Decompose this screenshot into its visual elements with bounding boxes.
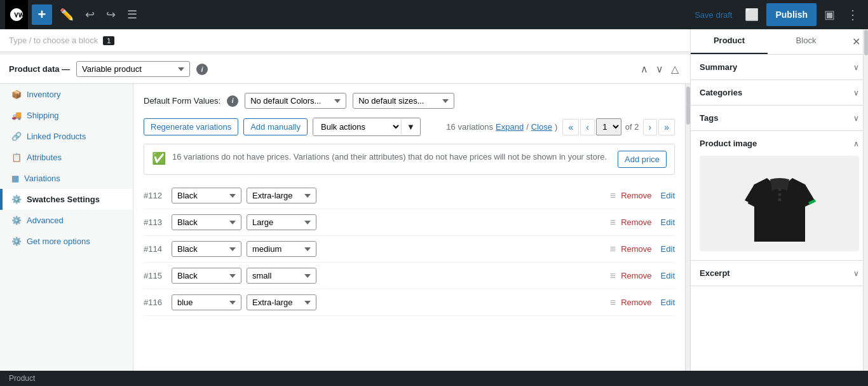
last-page-button[interactable]: » (658, 119, 675, 135)
remove-113-link[interactable]: Remove (621, 217, 651, 227)
more-options-button[interactable]: ⋮ (843, 3, 863, 26)
tab-advanced-label: Advanced (27, 216, 64, 225)
edit-icon-button[interactable]: ✏️ (56, 8, 78, 22)
redo-button[interactable]: ↪ (102, 8, 119, 22)
status-label: Product (9, 374, 35, 383)
main-area: Type / to choose a block 1 Product data … (0, 29, 690, 386)
tab-product[interactable]: Product (691, 29, 768, 54)
variations-count: 16 variations Expand / Close ) (446, 122, 557, 132)
variation-112-color-select[interactable]: Blackbluewhite (172, 188, 241, 203)
tab-advanced[interactable]: ⚙️ Advanced (0, 210, 133, 231)
more-options-icon: ⚙️ (11, 237, 22, 246)
edit-115-link[interactable]: Edit (661, 271, 675, 280)
tab-more-options[interactable]: ⚙️ Get more options (0, 231, 133, 252)
variation-114-size-select[interactable]: mediumExtra-largeLargesmall (247, 241, 316, 257)
variation-115-color-select[interactable]: Blackbluewhite (172, 268, 241, 284)
undo-button[interactable]: ↩ (81, 8, 98, 22)
bulk-actions-select[interactable]: Bulk actions Set regular prices Toggle e… (313, 118, 401, 135)
next-page-button[interactable]: › (643, 119, 658, 135)
default-form-help-icon[interactable]: i (227, 95, 238, 107)
collapse-all-button[interactable]: △ (668, 62, 681, 76)
colors-select[interactable]: No default Colors... Black Blue (245, 93, 346, 109)
remove-115-link[interactable]: Remove (621, 271, 651, 280)
page-select[interactable]: 1 2 (596, 118, 621, 135)
right-panel-scrollbar-thumb (864, 30, 868, 55)
drag-handle-icon[interactable]: ≡ (610, 244, 616, 255)
product-data-label: Product data — (9, 64, 70, 74)
linked-icon: 🔗 (11, 132, 22, 141)
product-data-header: Product data — Variable product Simple p… (0, 55, 690, 84)
pagination: « ‹ 1 2 of 2 › » (562, 118, 675, 135)
close-link[interactable]: Close (531, 122, 552, 132)
sidebar-toggle-button[interactable]: ▣ (820, 4, 839, 25)
help-icon[interactable]: i (196, 64, 208, 75)
edit-112-link[interactable]: Edit (661, 191, 675, 200)
product-data-body: 📦 Inventory 🚚 Shipping 🔗 Linked Products… (0, 84, 690, 386)
tab-swatches-label: Swatches Settings (27, 195, 100, 204)
variation-112-size-select[interactable]: Extra-largeLargemediumsmall (247, 188, 316, 203)
remove-116-link[interactable]: Remove (621, 298, 651, 307)
variation-113-size-select[interactable]: LargeExtra-largemediumsmall (247, 214, 316, 230)
excerpt-title: Excerpt (700, 268, 730, 278)
tab-attributes-label: Attributes (27, 153, 62, 162)
tab-block[interactable]: Block (768, 29, 844, 54)
collapse-controls: ∧ ∨ △ (638, 62, 681, 76)
sizes-select[interactable]: No default sizes... Small Medium (353, 93, 454, 109)
action-bar: Regenerate variations Add manually Bulk … (144, 118, 675, 136)
regenerate-variations-button[interactable]: Regenerate variations (144, 118, 238, 135)
tab-inventory[interactable]: 📦 Inventory (0, 84, 133, 105)
page-layout: Type / to choose a block 1 Product data … (0, 29, 868, 386)
collapse-down-button[interactable]: ∨ (653, 62, 666, 76)
screen-options-button[interactable]: ⬜ (741, 4, 763, 25)
edit-114-link[interactable]: Edit (661, 244, 675, 254)
excerpt-header[interactable]: Excerpt ∨ (691, 261, 868, 286)
product-image-section: Product image ∧ (691, 131, 868, 261)
add-manually-button[interactable]: Add manually (243, 118, 308, 135)
variation-116-color-select[interactable]: blueBlackwhite (172, 294, 241, 310)
first-page-button[interactable]: « (562, 119, 579, 135)
summary-title: Summary (700, 62, 737, 72)
drag-handle-icon[interactable]: ≡ (610, 297, 616, 308)
add-block-button[interactable]: + (32, 4, 52, 25)
right-panel-scrollbar[interactable] (863, 29, 868, 386)
add-price-button[interactable]: Add price (618, 151, 667, 168)
publish-button[interactable]: Publish (766, 3, 817, 26)
edit-113-link[interactable]: Edit (661, 217, 675, 227)
collapse-up-button[interactable]: ∧ (638, 62, 651, 76)
drag-handle-icon[interactable]: ≡ (610, 270, 616, 282)
main-scrollbar[interactable] (685, 84, 690, 386)
tab-swatches[interactable]: ⚙️ Swatches Settings (0, 189, 133, 210)
drag-handle-icon[interactable]: ≡ (610, 217, 616, 228)
variations-count-text: 16 variations (446, 122, 493, 132)
tab-variations[interactable]: ▦ Variations (0, 168, 133, 189)
expand-link[interactable]: Expand (496, 122, 524, 132)
summary-header[interactable]: Summary ∨ (691, 55, 868, 79)
variation-113-color-select[interactable]: Blackbluewhite (172, 214, 241, 230)
tab-attributes[interactable]: 📋 Attributes (0, 147, 133, 168)
tab-linked-products[interactable]: 🔗 Linked Products (0, 126, 133, 147)
block-type-badge: 1 (103, 36, 114, 45)
bulk-actions-caret-icon[interactable]: ▼ (401, 119, 420, 135)
product-image-header[interactable]: Product image ∧ (691, 131, 868, 156)
variation-115-size-select[interactable]: smallExtra-largeLargemedium (247, 268, 316, 284)
block-type-placeholder: Type / to choose a block (9, 36, 98, 45)
remove-114-link[interactable]: Remove (621, 244, 651, 254)
tab-more-options-label: Get more options (27, 237, 90, 246)
categories-header[interactable]: Categories ∨ (691, 80, 868, 105)
product-image-container[interactable] (700, 156, 859, 251)
table-row: #113 Blackbluewhite LargeExtra-largemedi… (144, 209, 675, 236)
variation-116-size-select[interactable]: Extra-largeLargemediumsmall (247, 294, 316, 310)
save-draft-button[interactable]: Save draft (689, 6, 737, 24)
list-view-button[interactable]: ☰ (123, 8, 141, 22)
tags-header[interactable]: Tags ∨ (691, 106, 868, 130)
drag-handle-icon[interactable]: ≡ (610, 190, 616, 202)
product-type-select[interactable]: Variable product Simple product Grouped … (76, 61, 190, 77)
page-of-text: of 2 (623, 122, 642, 132)
variation-114-color-select[interactable]: Blackbluewhite (172, 241, 241, 257)
edit-116-link[interactable]: Edit (661, 298, 675, 307)
block-type-bar: Type / to choose a block 1 (0, 29, 690, 52)
remove-112-link[interactable]: Remove (621, 191, 651, 200)
prev-page-button[interactable]: ‹ (580, 119, 595, 135)
variation-rows: #112 Blackbluewhite Extra-largeLargemedi… (144, 183, 675, 316)
tab-shipping[interactable]: 🚚 Shipping (0, 105, 133, 126)
